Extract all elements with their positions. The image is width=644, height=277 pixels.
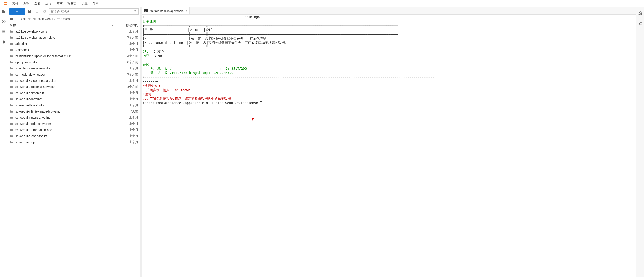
- file-mtime: 上个月: [116, 91, 138, 95]
- breadcrumb-seg[interactable]: /: [14, 17, 16, 21]
- table-row[interactable]: openpose-editor3个月前: [8, 59, 140, 65]
- folder-icon: [10, 140, 13, 144]
- right-sidebar: [636, 7, 644, 277]
- refresh-icon[interactable]: [42, 8, 48, 14]
- tab-title: root@instance: /app/stable: [150, 9, 184, 12]
- menu-1[interactable]: 编辑: [21, 1, 32, 6]
- column-name[interactable]: 名称 ▲: [10, 23, 116, 27]
- upload-icon[interactable]: [34, 8, 40, 14]
- extensions-icon[interactable]: [2, 39, 6, 44]
- file-name: sd-model-downloader: [16, 73, 116, 76]
- table-row[interactable]: sd-webui-3d-open-pose-editor上个月: [8, 78, 140, 84]
- breadcrumb-seg: /: [54, 17, 55, 21]
- file-mtime: 上个月: [116, 128, 138, 132]
- table-row[interactable]: sd-webui-EasyPhoto上个月: [8, 102, 140, 108]
- breadcrumb-seg: /: [21, 17, 22, 21]
- svg-line-21: [639, 25, 640, 25]
- property-inspector-icon[interactable]: [638, 11, 642, 15]
- file-name: adetailer: [16, 42, 116, 45]
- file-name: sd-extension-system-info: [16, 67, 116, 70]
- folder-icon: [10, 79, 13, 82]
- file-mtime: 上个月: [116, 103, 138, 107]
- new-launcher-button[interactable]: [9, 8, 25, 14]
- menu-6[interactable]: 设置: [79, 1, 90, 6]
- close-icon[interactable]: ×: [185, 9, 187, 12]
- breadcrumb-seg[interactable]: …: [17, 17, 20, 21]
- folder-icon: [10, 85, 13, 89]
- svg-point-2: [6, 5, 7, 5]
- table-row[interactable]: multidiffusion-upscaler-for-automatic111…: [8, 53, 140, 59]
- terminal-panel: $_ root@instance: /app/stable × + +-----…: [142, 7, 636, 277]
- filter-box[interactable]: [49, 8, 139, 14]
- table-row[interactable]: sd-webui-prompt-all-in-one上个月: [8, 127, 140, 133]
- folder-icon: [10, 122, 13, 126]
- file-mtime: 3个月前: [116, 54, 138, 58]
- menu-2[interactable]: 查看: [32, 1, 43, 6]
- folder-icon: [10, 73, 13, 76]
- folder-icon: [10, 36, 13, 39]
- table-row[interactable]: sd-model-downloader3个月前: [8, 71, 140, 78]
- table-row[interactable]: sd-webui-animatediff上个月: [8, 90, 140, 96]
- folder-icon: [10, 128, 13, 132]
- folder-icon: [10, 110, 13, 113]
- debug-icon[interactable]: [638, 21, 642, 25]
- svg-line-13: [136, 12, 136, 12]
- folder-icon: [10, 67, 13, 70]
- file-mtime: 上个月: [116, 122, 138, 126]
- menu-7[interactable]: 帮助: [90, 1, 101, 6]
- menu-4[interactable]: 内核: [54, 1, 65, 6]
- add-tab-button[interactable]: +: [190, 9, 196, 12]
- table-row[interactable]: sd-webui-model-converter上个月: [8, 121, 140, 127]
- file-mtime: 上个月: [116, 48, 138, 52]
- file-mtime: 上个月: [116, 116, 138, 120]
- folder-icon[interactable]: [2, 9, 6, 14]
- file-name: sd-webui-controlnet: [16, 97, 116, 101]
- file-mtime: 3个月前: [116, 36, 138, 39]
- breadcrumb[interactable]: / … / stable-diffusion-webui / extension…: [8, 16, 140, 22]
- table-row[interactable]: sd-webui-inpaint-anything上个月: [8, 115, 140, 121]
- tab-bar: $_ root@instance: /app/stable × +: [142, 7, 636, 14]
- svg-rect-4: [3, 21, 4, 22]
- table-row[interactable]: sd-webui-additional-networks3个月前: [8, 84, 140, 90]
- svg-point-9: [2, 31, 2, 32]
- folder-icon: [10, 54, 13, 58]
- table-row[interactable]: sd-webui-infinite-image-browsing3天前: [8, 108, 140, 115]
- file-name: multidiffusion-upscaler-for-automatic111…: [16, 54, 116, 58]
- svg-point-15: [640, 23, 641, 25]
- svg-point-8: [2, 30, 2, 31]
- terminal-cursor: [260, 101, 262, 105]
- table-row[interactable]: adetailer上个月: [8, 41, 140, 47]
- filter-input[interactable]: [51, 10, 134, 13]
- table-row[interactable]: sd-webui-qrcode-toolkit上个月: [8, 133, 140, 139]
- svg-point-14: [640, 13, 641, 14]
- menu-3[interactable]: 运行: [43, 1, 54, 6]
- file-mtime: 上个月: [116, 79, 138, 83]
- file-name: a1111-sd-webui-tagcomplete: [16, 36, 116, 39]
- table-row[interactable]: AnimateDiff上个月: [8, 47, 140, 53]
- file-name: sd-webui-roop: [16, 140, 116, 144]
- menu-0[interactable]: 文件: [10, 1, 21, 6]
- column-mtime[interactable]: 修改时间: [116, 23, 138, 27]
- svg-line-17: [639, 23, 640, 23]
- terminal-icon: $_: [144, 9, 148, 12]
- toc-icon[interactable]: [2, 29, 6, 34]
- breadcrumb-seg[interactable]: stable-diffusion-webui: [23, 17, 53, 21]
- activity-bar: [0, 7, 8, 277]
- new-folder-icon[interactable]: [26, 8, 32, 14]
- folder-icon: [10, 42, 13, 45]
- table-row[interactable]: sd-webui-roop上个月: [8, 139, 140, 145]
- table-row[interactable]: sd-webui-controlnet上个月: [8, 96, 140, 102]
- breadcrumb-seg[interactable]: extensions: [56, 17, 71, 21]
- file-name: sd-webui-EasyPhoto: [16, 104, 116, 107]
- running-icon[interactable]: [2, 19, 6, 24]
- file-mtime: 上个月: [116, 42, 138, 46]
- menu-5[interactable]: 标签页: [65, 1, 79, 6]
- table-row[interactable]: a1111-sd-webui-lycoris上个月: [8, 28, 140, 34]
- svg-line-22: [641, 25, 641, 25]
- table-row[interactable]: sd-extension-system-info上个月: [8, 65, 140, 71]
- terminal-output[interactable]: +---------------------------------------…: [142, 14, 636, 277]
- terminal-tab[interactable]: $_ root@instance: /app/stable ×: [142, 7, 190, 14]
- table-row[interactable]: a1111-sd-webui-tagcomplete3个月前: [8, 34, 140, 41]
- folder-icon: [10, 116, 13, 119]
- file-mtime: 上个月: [116, 140, 138, 144]
